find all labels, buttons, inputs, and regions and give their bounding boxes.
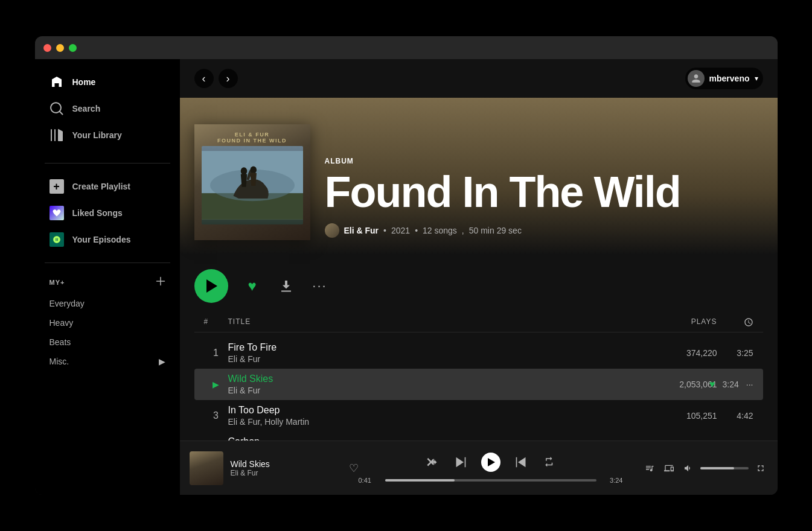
album-cover-title-text: Eli & FurFOUND IN THE WILD	[217, 132, 287, 144]
sidebar-item-library[interactable]: Your Library	[40, 122, 175, 148]
volume-bar[interactable]	[700, 467, 749, 469]
home-icon	[50, 75, 64, 89]
track-duration-cell-3: 4:42	[717, 411, 753, 421]
more-options-button[interactable]: ···	[310, 276, 330, 296]
progress-track[interactable]	[385, 479, 596, 482]
album-artist-link[interactable]: Eli & Fur	[344, 226, 379, 235]
track-name-2: Wild Skies	[228, 374, 645, 384]
liked-songs-label: Liked Songs	[72, 208, 123, 218]
progress-bar-container: 0:41 3:24	[359, 477, 623, 484]
next-button[interactable]	[513, 454, 529, 471]
shuffle-button[interactable]	[424, 454, 440, 470]
playlist-item-misc[interactable]: Misc. ▶	[35, 352, 180, 371]
track-duration-2: 3:24	[723, 380, 739, 389]
progress-fill	[385, 479, 455, 482]
title-bar	[35, 36, 778, 59]
track-info-1: Fire To Fire Eli & Fur	[228, 342, 645, 364]
home-label: Home	[72, 77, 96, 87]
add-playlist-icon[interactable]	[156, 275, 165, 289]
minimize-button[interactable]	[56, 44, 64, 52]
track-number-1: 1	[204, 348, 228, 358]
track-more-icon[interactable]: ···	[746, 380, 753, 389]
playlist-item-everyday[interactable]: Everyday	[35, 294, 180, 313]
forward-button[interactable]: ›	[219, 69, 238, 88]
playlist-section-header: MY+	[35, 273, 180, 294]
track-plays-2: 2,053,061	[645, 380, 717, 389]
create-playlist-item[interactable]: + Create Playlist	[40, 173, 175, 200]
track-name-3: In Too Deep	[228, 405, 645, 416]
now-playing-artist: Eli & Fur	[231, 469, 342, 477]
playlist-item-heavy[interactable]: Heavy	[35, 313, 180, 332]
svg-point-3	[240, 167, 247, 174]
fullscreen-button[interactable]	[753, 461, 768, 475]
table-row[interactable]: 4 Carbon Eli & Fur 417,876 4:30	[194, 431, 763, 440]
liked-songs-item[interactable]: Liked Songs	[40, 200, 175, 226]
chevron-right-icon: ▶	[159, 357, 165, 366]
now-playing-left: Wild Skies Eli & Fur ♡	[190, 451, 359, 485]
table-row[interactable]: 1 Fire To Fire Eli & Fur 374,220 3:25	[194, 337, 763, 369]
table-row[interactable]: 2 ▶ Wild Skies Eli & Fur 2,053,061 ♥ 3:2…	[194, 369, 763, 400]
player-controls	[424, 453, 557, 472]
table-row[interactable]: 3 In Too Deep Eli & Fur, Holly Martin 10…	[194, 400, 763, 431]
playing-icon: ▶	[204, 380, 228, 389]
col-plays-header: PLAYS	[645, 317, 717, 327]
album-cover: Eli & FurFOUND IN THE WILD	[194, 124, 310, 240]
track-name-1: Fire To Fire	[228, 342, 645, 353]
album-info: ALBUM Found In The Wild Eli & Fur • 2021…	[325, 157, 763, 240]
playlist-everyday-label: Everyday	[50, 299, 85, 308]
meta-dot-3: ,	[462, 226, 464, 235]
now-playing-right	[623, 461, 768, 475]
repeat-button[interactable]	[542, 454, 557, 470]
album-cover-horse	[202, 146, 303, 224]
sidebar-item-search[interactable]: Search	[40, 95, 175, 122]
svg-point-4	[250, 167, 257, 174]
play-pause-button[interactable]	[481, 453, 500, 472]
playlist-item-beats[interactable]: Beats	[35, 332, 180, 352]
track-plays-1: 374,220	[645, 348, 717, 358]
volume-fill	[700, 467, 734, 469]
your-episodes-label: Your Episodes	[72, 235, 131, 244]
track-list: # TITLE PLAYS 1 Fire To Fire	[180, 313, 778, 440]
track-duration-cell-1: 3:25	[717, 348, 753, 358]
user-menu[interactable]: mberveno ▾	[685, 68, 763, 89]
download-button[interactable]	[277, 276, 296, 296]
volume-button[interactable]	[681, 461, 695, 475]
queue-button[interactable]	[642, 461, 657, 475]
sidebar-item-home[interactable]: Home	[40, 69, 175, 95]
col-duration-header	[717, 317, 753, 327]
now-playing-thumbnail	[190, 451, 223, 485]
previous-button[interactable]	[452, 454, 469, 471]
your-episodes-item[interactable]: Your Episodes	[40, 226, 175, 253]
heart-icon	[50, 206, 64, 220]
col-title-header: TITLE	[228, 317, 645, 327]
track-info-3: In Too Deep Eli & Fur, Holly Martin	[228, 405, 645, 427]
playlist-heavy-label: Heavy	[50, 318, 74, 328]
sidebar-actions: + Create Playlist Liked Songs	[35, 168, 180, 258]
content-header: ‹ › mberveno ▾	[180, 59, 778, 98]
album-meta: Eli & Fur • 2021 • 12 songs , 50 min 29 …	[325, 223, 763, 238]
like-album-button[interactable]: ♥	[243, 276, 262, 296]
track-heart-icon[interactable]: ♥	[709, 379, 715, 390]
maximize-button[interactable]	[69, 44, 77, 52]
devices-button[interactable]	[662, 461, 676, 475]
content-scroll[interactable]: Eli & FurFOUND IN THE WILD	[180, 98, 778, 440]
play-icon	[488, 458, 495, 466]
app-window: Home Search Your	[35, 36, 778, 495]
track-number-3: 3	[204, 410, 228, 421]
playlist-misc-label: Misc.	[50, 357, 69, 366]
episodes-icon	[50, 232, 64, 247]
now-playing-center: 0:41 3:24	[359, 453, 623, 484]
track-info-2: Wild Skies Eli & Fur	[228, 374, 645, 395]
search-icon	[50, 101, 64, 116]
artist-avatar	[325, 223, 339, 238]
now-playing-heart-button[interactable]: ♡	[349, 462, 359, 475]
back-button[interactable]: ‹	[194, 69, 214, 88]
album-header: Eli & FurFOUND IN THE WILD	[180, 98, 778, 255]
now-playing-info: Wild Skies Eli & Fur	[231, 459, 342, 477]
create-playlist-label: Create Playlist	[72, 182, 131, 191]
album-title: Found In The Wild	[325, 170, 763, 214]
sidebar-divider-2	[45, 262, 170, 263]
library-icon	[50, 128, 64, 142]
play-button-large[interactable]	[194, 269, 228, 303]
close-button[interactable]	[43, 44, 51, 52]
